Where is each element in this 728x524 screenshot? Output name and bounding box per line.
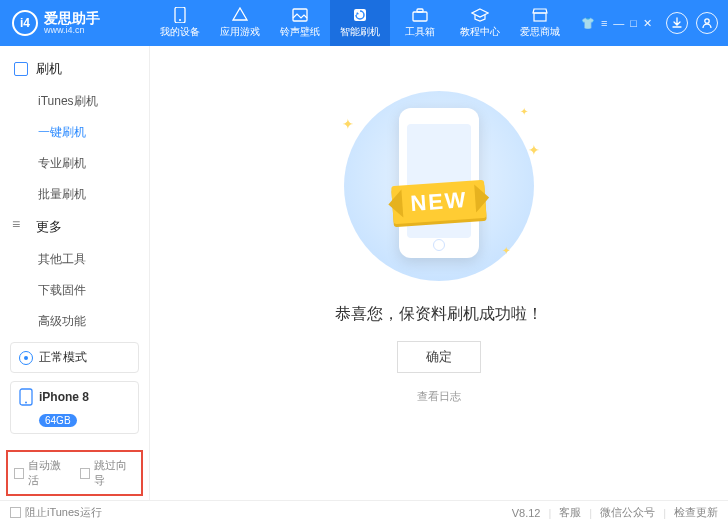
mode-label: 正常模式 xyxy=(39,349,87,366)
svg-rect-2 xyxy=(293,9,307,21)
success-message: 恭喜您，保资料刷机成功啦！ xyxy=(335,304,543,325)
close-icon[interactable]: ✕ xyxy=(643,17,652,30)
check-update-link[interactable]: 检查更新 xyxy=(674,505,718,520)
new-ribbon: NEW xyxy=(391,180,487,224)
app-name: 爱思助手 xyxy=(44,11,100,25)
device-card[interactable]: iPhone 8 64GB xyxy=(10,381,139,434)
checkbox-icon xyxy=(80,468,90,479)
window-controls: 👕 ≡ — □ ✕ xyxy=(581,12,728,34)
sparkle-icon: ✦ xyxy=(528,142,540,158)
download-button[interactable] xyxy=(666,12,688,34)
more-section-icon xyxy=(14,220,28,234)
sidebar-item-oneclick-flash[interactable]: 一键刷机 xyxy=(0,117,149,148)
sidebar-item-itunes-flash[interactable]: iTunes刷机 xyxy=(0,86,149,117)
skin-icon[interactable]: 👕 xyxy=(581,17,595,30)
phone-icon xyxy=(171,7,189,23)
minimize-icon[interactable]: — xyxy=(613,17,624,30)
nav-my-device[interactable]: 我的设备 xyxy=(150,0,210,46)
svg-point-9 xyxy=(25,402,27,404)
sidebar-item-pro-flash[interactable]: 专业刷机 xyxy=(0,148,149,179)
title-bar: i4 爱思助手 www.i4.cn 我的设备 应用游戏 铃声壁纸 智能刷机 工具… xyxy=(0,0,728,46)
top-nav: 我的设备 应用游戏 铃声壁纸 智能刷机 工具箱 教程中心 爱思商城 xyxy=(150,0,570,46)
svg-rect-5 xyxy=(417,9,423,12)
maximize-icon[interactable]: □ xyxy=(630,17,637,30)
view-log-link[interactable]: 查看日志 xyxy=(417,389,461,404)
storage-badge: 64GB xyxy=(39,414,77,427)
sidebar-item-download-fw[interactable]: 下载固件 xyxy=(0,275,149,306)
wallpaper-icon xyxy=(291,7,309,23)
app-sub: www.i4.cn xyxy=(44,25,100,35)
ok-button[interactable]: 确定 xyxy=(397,341,481,373)
status-bar: 阻止iTunes运行 V8.12 | 客服 | 微信公众号 | 检查更新 xyxy=(0,500,728,524)
sidebar-item-batch-flash[interactable]: 批量刷机 xyxy=(0,179,149,210)
nav-toolbox[interactable]: 工具箱 xyxy=(390,0,450,46)
user-button[interactable] xyxy=(696,12,718,34)
section-title: 刷机 xyxy=(36,60,62,78)
wechat-link[interactable]: 微信公众号 xyxy=(600,505,655,520)
nav-ringtones[interactable]: 铃声壁纸 xyxy=(270,0,330,46)
svg-point-7 xyxy=(705,19,709,23)
nav-store[interactable]: 爱思商城 xyxy=(510,0,570,46)
svg-point-1 xyxy=(179,19,181,21)
sparkle-icon: ✦ xyxy=(520,106,528,117)
flash-icon xyxy=(351,7,369,23)
sidebar-section-flash[interactable]: 刷机 xyxy=(0,52,149,86)
sparkle-icon: ✦ xyxy=(502,245,510,256)
mode-icon xyxy=(19,351,33,365)
nav-flash[interactable]: 智能刷机 xyxy=(330,0,390,46)
grad-icon xyxy=(471,7,489,23)
checkbox-icon xyxy=(10,507,21,518)
version-label: V8.12 xyxy=(512,507,541,519)
sidebar-item-advanced[interactable]: 高级功能 xyxy=(0,306,149,334)
flash-section-icon xyxy=(14,62,28,76)
logo-icon: i4 xyxy=(12,10,38,36)
brand: i4 爱思助手 www.i4.cn xyxy=(0,10,150,36)
flash-options: 自动激活 跳过向导 xyxy=(6,450,143,496)
device-icon xyxy=(19,388,33,406)
nav-tutorials[interactable]: 教程中心 xyxy=(450,0,510,46)
device-name: iPhone 8 xyxy=(39,390,89,404)
menu-icon[interactable]: ≡ xyxy=(601,17,607,30)
nav-apps[interactable]: 应用游戏 xyxy=(210,0,270,46)
apps-icon xyxy=(231,7,249,23)
main-panel: ✦ ✦ ✦ ✦ NEW 恭喜您，保资料刷机成功啦！ 确定 查看日志 xyxy=(150,46,728,500)
block-itunes-checkbox[interactable]: 阻止iTunes运行 xyxy=(10,505,102,520)
skip-guide-checkbox[interactable]: 跳过向导 xyxy=(80,458,136,488)
checkbox-icon xyxy=(14,468,24,479)
svg-rect-4 xyxy=(413,12,427,21)
mode-card[interactable]: 正常模式 xyxy=(10,342,139,373)
toolbox-icon xyxy=(411,7,429,23)
sidebar-item-other-tools[interactable]: 其他工具 xyxy=(0,244,149,275)
success-illustration: ✦ ✦ ✦ ✦ NEW xyxy=(324,86,554,286)
auto-activate-checkbox[interactable]: 自动激活 xyxy=(14,458,70,488)
sidebar: 刷机 iTunes刷机 一键刷机 专业刷机 批量刷机 更多 其他工具 下载固件 … xyxy=(0,46,150,500)
svg-rect-6 xyxy=(534,13,546,21)
sparkle-icon: ✦ xyxy=(342,116,354,132)
support-link[interactable]: 客服 xyxy=(559,505,581,520)
section-title: 更多 xyxy=(36,218,62,236)
store-icon xyxy=(531,7,549,23)
sidebar-section-more[interactable]: 更多 xyxy=(0,210,149,244)
